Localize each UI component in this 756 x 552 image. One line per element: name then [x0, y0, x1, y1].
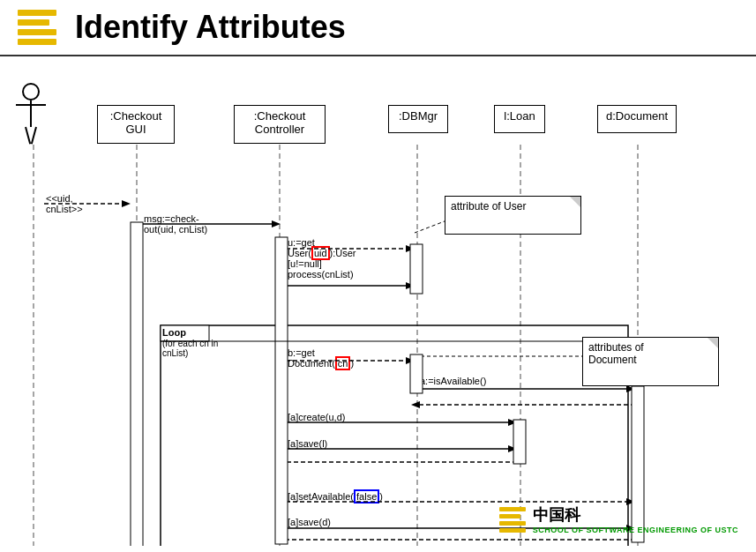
svg-marker-27	[508, 445, 517, 452]
svg-marker-11	[406, 245, 415, 252]
svg-marker-23	[411, 401, 420, 408]
svg-marker-14	[406, 282, 415, 289]
svg-rect-40	[410, 244, 423, 294]
watermark-chinese: 中国科	[533, 504, 580, 526]
lifeline-loan: l:Loan	[494, 105, 545, 133]
watermark: 中国科 SCHOOL OF SOFTWARE ENGINEERING OF US…	[0, 493, 756, 546]
diagram-area: :CheckoutGUI :CheckoutController :DBMgr …	[0, 56, 756, 546]
watermark-english: SCHOOL OF SOFTWARE ENGINEERING OF USTC	[533, 526, 738, 534]
msg-create: [a]create(u,d)	[288, 412, 345, 422]
msg-save-l: [a]save(l)	[288, 438, 327, 449]
msg-checkout: msg:=check-out(uid, cnList)	[144, 213, 207, 235]
svg-marker-18	[406, 357, 415, 364]
logo-icon	[18, 10, 62, 45]
svg-marker-7	[122, 200, 131, 207]
msg-is-available: a:=isAvailable()	[420, 376, 486, 386]
msg-get-user: u:=getUser(uid):User[u!=null]process(cnL…	[288, 237, 356, 280]
svg-rect-41	[410, 354, 423, 393]
watermark-logo-icon	[499, 507, 526, 533]
fragment-loop-label: Loop	[162, 327, 186, 338]
page-title: Identify Attributes	[75, 9, 346, 46]
svg-marker-9	[272, 220, 281, 228]
msg-get-document: b:=getDocument(cn)	[288, 347, 354, 369]
lifeline-document: d:Document	[597, 105, 677, 133]
actor-figure	[22, 83, 40, 145]
actor-head	[22, 83, 40, 101]
lifeline-dbmgr: :DBMgr	[388, 105, 448, 133]
svg-rect-42	[513, 420, 526, 464]
fragment-loop-condition: (for each cn incnList)	[162, 339, 218, 358]
msg-uid-cnlist: <<uid,cnList>>	[46, 193, 83, 214]
watermark-text: 中国科 SCHOOL OF SOFTWARE ENGINEERING OF US…	[533, 504, 738, 534]
note-attributes-document: attributes ofDocument	[582, 337, 719, 386]
svg-marker-29	[277, 459, 286, 466]
page-header: Identify Attributes	[0, 0, 756, 56]
note-attribute-user: attribute of User	[445, 196, 581, 235]
svg-marker-25	[508, 419, 517, 426]
lifeline-checkout-gui: :CheckoutGUI	[97, 105, 175, 144]
lifeline-checkout-ctrl: :CheckoutController	[234, 105, 326, 144]
svg-marker-21	[626, 385, 635, 392]
